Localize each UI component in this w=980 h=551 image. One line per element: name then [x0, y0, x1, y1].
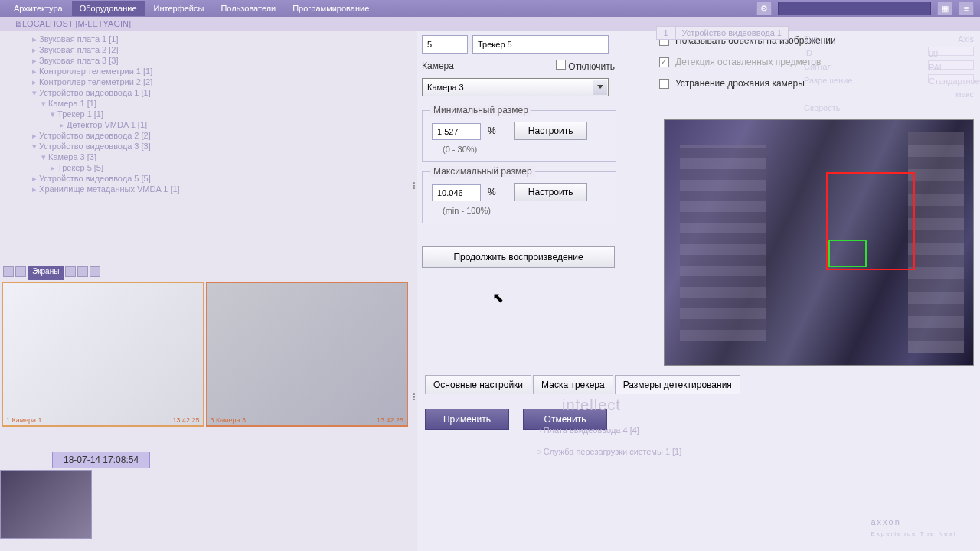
menu-interfaces[interactable]: Интерфейсы — [146, 1, 212, 16]
host-label: 🖥 LOCALHOST [M-LETYAGIN] — [0, 17, 980, 31]
camera-select-value: Камера 3 — [427, 83, 464, 92]
tab-tracker-mask[interactable]: Маска трекера — [533, 375, 613, 394]
tree-item[interactable]: Устройство видеоввода 1 [1] — [14, 87, 410, 98]
ghost-device-list: Плата ввидеоввода 4 [4] Служба перезагру… — [536, 419, 681, 462]
axxon-logo: axxon Experience The Next — [871, 507, 957, 537]
grid-view-icon[interactable]: ▦ — [937, 2, 952, 15]
max-size-range: (min - 100%) — [432, 206, 606, 215]
tool-btn[interactable] — [77, 266, 88, 277]
min-size-range: (0 - 30%) — [432, 145, 606, 154]
menu-equipment[interactable]: Оборудование — [72, 1, 145, 16]
camera-select[interactable]: Камера 3 — [422, 78, 609, 96]
detect-abandoned-label: Детекция оставленных предметов — [675, 57, 821, 67]
host-name: LOCALHOST [M-LETYAGIN] — [22, 19, 131, 28]
intellect-watermark: intellect — [562, 396, 621, 414]
continue-playback-button[interactable]: Продолжить воспроизведение — [422, 246, 615, 268]
max-size-title: Максимальный размер — [430, 166, 535, 177]
camera-label: Камера — [422, 60, 454, 71]
splitter[interactable]: ⫶ ⫶ — [410, 31, 417, 551]
splitter-handle-icon[interactable]: ⫶ — [411, 390, 416, 403]
tool-btn[interactable] — [65, 266, 76, 277]
camera-thumbnail-3[interactable]: 3 Камера 3 13:42:25 — [206, 282, 409, 427]
tree-item-selected[interactable]: Трекер 5 [5] — [14, 162, 410, 173]
ghost-tab: 1 — [656, 26, 675, 40]
ghost-item: Плата ввидеоввода 4 [4] — [536, 419, 681, 441]
tracker-name-input[interactable] — [472, 35, 609, 54]
tree-item[interactable]: Камера 3 [3] — [14, 152, 410, 162]
stabilize-checkbox[interactable] — [659, 79, 669, 89]
ghost-item: Служба перезагрузки системы 1 [1] — [536, 441, 681, 462]
disable-label: Отключить — [568, 61, 615, 72]
tree-item[interactable]: Контроллер телеметрии 2 [2] — [14, 77, 410, 87]
tab-detection-sizes[interactable]: Размеры детектирования — [615, 375, 740, 394]
min-size-group: Минимальный размер % Настроить (0 - 30%) — [422, 110, 616, 162]
percent-label: % — [488, 126, 496, 136]
percent-label: % — [488, 187, 496, 197]
computer-icon: 🖥 — [14, 19, 22, 28]
min-size-configure-button[interactable]: Настроить — [514, 122, 588, 140]
ghost-tab: Устройство видеоввода 1 — [675, 26, 789, 40]
tree-item[interactable]: Хранилище метаданных VMDA 1 [1] — [14, 184, 410, 194]
camera-thumbnail-1[interactable]: 1 Камера 1 13:42:25 — [2, 282, 204, 427]
tree-item[interactable]: Камера 1 [1] — [14, 98, 410, 109]
mini-thumbnail[interactable] — [0, 470, 92, 539]
menu-architecture[interactable]: Архитектура — [6, 1, 70, 16]
stabilize-label: Устранение дрожания камеры — [675, 78, 805, 89]
max-size-input[interactable] — [432, 184, 481, 201]
timestamp-badge: 18-07-14 17:08:54 — [52, 452, 150, 468]
disable-checkbox[interactable] — [556, 60, 566, 70]
timestamp-label: 13:42:25 — [377, 416, 403, 424]
list-view-icon[interactable]: ≡ — [959, 2, 974, 15]
device-tree[interactable]: Звуковая плата 1 [1] Звуковая плата 2 [2… — [0, 31, 410, 194]
max-size-configure-button[interactable]: Настроить — [514, 183, 588, 201]
config-tabs: Основные настройки Маска трекера Размеры… — [425, 375, 740, 394]
tool-btn[interactable] — [90, 266, 100, 277]
tree-item[interactable]: Контроллер телеметрии 1 [1] — [14, 66, 410, 77]
timeline-thumbnail: 18-07-14 17:08:54 — [0, 452, 191, 551]
max-size-group: Максимальный размер % Настроить (min - 1… — [422, 171, 616, 223]
chevron-down-icon — [597, 85, 603, 89]
tracker-id-input[interactable] — [422, 35, 468, 54]
tree-item[interactable]: Устройство видеоввода 3 [3] — [14, 141, 410, 152]
tree-item[interactable]: Устройство видеоввода 2 [2] — [14, 130, 410, 141]
layout-btn[interactable] — [3, 266, 14, 277]
menu-users[interactable]: Пользователи — [213, 1, 283, 16]
tree-item[interactable]: Детектор VMDA 1 [1] — [14, 119, 410, 130]
main-menubar: Архитектура Оборудование Интерфейсы Поль… — [0, 0, 980, 17]
tree-item[interactable]: Звуковая плата 2 [2] — [14, 44, 410, 55]
tracker-config-panel: 1 Устройство видеоввода 1 ТипAxis ID00 С… — [417, 31, 980, 551]
tree-item[interactable]: Устройство видеоввода 5 [5] — [14, 173, 410, 184]
min-size-rect[interactable] — [828, 240, 867, 267]
gear-icon[interactable]: ⚙ — [756, 2, 772, 15]
layout-btn[interactable] — [15, 266, 26, 277]
min-size-title: Минимальный размер — [430, 105, 531, 116]
min-size-input[interactable] — [432, 123, 481, 140]
tree-item[interactable]: Звуковая плата 1 [1] — [14, 34, 410, 44]
apply-button[interactable]: Применить — [425, 409, 509, 430]
tree-item[interactable]: Трекер 1 [1] — [14, 109, 410, 119]
camera-label: 3 Камера 3 — [211, 416, 246, 424]
splitter-handle-icon[interactable]: ⫶ — [411, 179, 416, 191]
tree-item[interactable]: Звуковая плата 3 [3] — [14, 55, 410, 66]
timestamp-label: 13:42:25 — [172, 416, 199, 424]
camera-label: 1 Камера 1 — [6, 416, 41, 424]
screens-button[interactable]: Экраны — [28, 266, 64, 280]
search-input[interactable] — [778, 2, 931, 15]
ghost-tabbar: 1 Устройство видеоввода 1 — [656, 26, 789, 40]
video-preview[interactable] — [664, 119, 974, 366]
detect-abandoned-checkbox[interactable] — [659, 57, 669, 67]
tab-main-settings[interactable]: Основные настройки — [425, 375, 531, 394]
camera-preview-strip: Экраны 1 Камера 1 13:42:25 3 Камера 3 13… — [0, 266, 410, 450]
menu-programming[interactable]: Программирование — [285, 1, 377, 16]
